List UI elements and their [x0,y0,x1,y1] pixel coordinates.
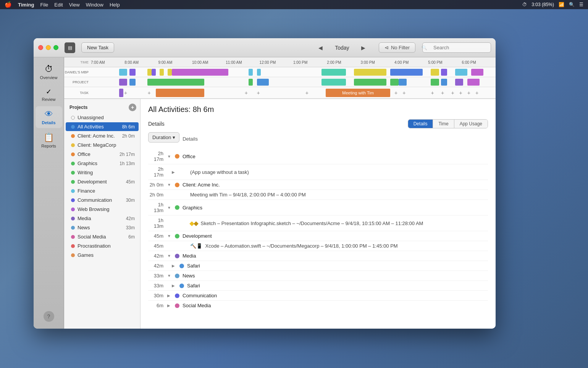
media-expand[interactable]: ▼ [167,254,173,258]
close-button[interactable] [38,45,43,50]
add-task-btn-8[interactable]: + [431,90,434,96]
menu-help[interactable]: Help [110,2,120,8]
project-name-web-browsing: Web Browsing [78,206,135,212]
sidebar-item-details[interactable]: 👁 Details [36,106,62,128]
meeting-task-block[interactable] [156,89,204,97]
office-expand[interactable]: ▼ [167,154,173,159]
add-task-btn-10[interactable]: + [451,90,454,96]
project-item-procrastination[interactable]: Procrastination [66,242,139,250]
app-name[interactable]: Timing [18,2,34,8]
writing-dot [71,171,75,175]
project-item-development[interactable]: Development 45m [66,177,139,186]
project-item-news[interactable]: News 33m [66,223,139,232]
development-expand[interactable]: ▼ [167,234,173,238]
add-task-btn-13[interactable]: + [475,90,478,96]
menu-edit[interactable]: Edit [54,2,63,8]
maximize-button[interactable] [53,45,58,50]
acme-expand[interactable]: ▼ [167,183,173,187]
spotlight-icon[interactable]: 🔍 [569,2,575,7]
project-item-all-activities[interactable]: All Activities 8h 6m [66,122,139,131]
add-project-button[interactable]: + [129,104,136,111]
block-10 [390,69,423,76]
acme-dot [71,134,75,138]
project-item-graphics[interactable]: Graphics 1h 13m [66,159,139,168]
sidebar-item-review[interactable]: ✓ Review [36,84,62,105]
sidebar-item-reports[interactable]: 📋 Reports [36,130,62,151]
project-item-media[interactable]: Media 42m [66,214,139,223]
search-input[interactable] [422,42,491,53]
office-dot-row [175,154,179,159]
project-item-unassigned[interactable]: Unassigned [66,113,139,122]
menu-extras-icon[interactable]: ☰ [579,2,583,7]
project-name-development: Development [78,179,124,185]
safari-news-duration: 33m [148,283,167,289]
apple-menu-icon[interactable]: 🍎 [5,1,12,8]
project-item-communication[interactable]: Communication 30m [66,196,139,204]
graphics-expand[interactable]: ▼ [167,206,173,210]
filter-button[interactable]: ⊲ No Filter [379,42,415,53]
main-window: ▤ New Task ◀ Today ▶ ⊲ No Filter 🔍 ⏱ Ove… [34,38,496,329]
project-item-social-media[interactable]: Social Media 6m [66,232,139,241]
tab-details[interactable]: Details [408,120,433,128]
activity-row-safari-news: 33m ▶ Safari [148,281,488,291]
project-item-office[interactable]: Office 2h 17m [66,150,139,159]
minimize-button[interactable] [46,45,51,50]
new-task-button[interactable]: New Task [81,42,114,53]
next-date-button[interactable]: ▶ [359,43,368,52]
add-task-btn-7[interactable]: + [402,90,405,96]
project-item-games[interactable]: Games [66,251,139,259]
daniels-mbp-blocks [91,67,496,77]
activity-row-graphics: 1h 13m ▼ Graphics [148,200,488,216]
project-duration-acme: 2h 0m [122,133,135,139]
project-item-web-browsing[interactable]: Web Browsing [66,205,139,214]
time-9am: 9:00 AM [158,60,173,64]
add-task-btn-4[interactable]: + [257,90,260,96]
social-media-expand[interactable]: ▶ [167,303,173,308]
sidebar-item-overview[interactable]: ⏱ Overview [36,61,62,83]
sidebar-toggle-button[interactable]: ▤ [65,42,75,53]
project-name-social-media: Social Media [78,234,127,240]
add-task-btn-9[interactable]: + [441,90,444,96]
add-task-btn-12[interactable]: + [467,90,470,96]
project-item-megacorp[interactable]: Client: MegaCorp [66,141,139,149]
acme-name: Client: Acme Inc. [183,182,488,188]
activity-row-office-sub: 2h 17m ▶ (App usage without a task) [148,164,488,180]
proj-block-9 [441,79,447,86]
add-task-btn-5[interactable]: + [305,90,309,96]
news-expand[interactable]: ▼ [167,274,173,278]
project-item-writing[interactable]: Writing [66,168,139,177]
time-11am: 11:00 AM [226,60,242,64]
meeting-task-block-2[interactable]: Meeting with Tim [326,89,391,97]
filter-icon: ⊲ [384,45,389,50]
add-task-btn-3[interactable]: + [245,90,248,96]
office-sub-expand[interactable]: ▶ [172,170,178,174]
date-navigation: ◀ Today ▶ [316,43,368,52]
details-label: Details [42,120,55,125]
menu-file[interactable]: File [40,2,48,8]
project-name-all-activities: All Activities [78,124,121,130]
social-media-duration: 6m [148,303,167,308]
prev-date-button[interactable]: ◀ [316,43,325,52]
add-task-btn-1[interactable]: + [124,90,127,96]
time-4pm: 4:00 PM [394,60,409,64]
add-task-btn-2[interactable]: + [147,90,150,96]
safari-news-expand[interactable]: ▶ [172,284,178,288]
add-task-btn-11[interactable]: + [459,90,462,96]
graphics-dot [71,162,75,165]
tab-time[interactable]: Time [433,120,454,128]
menu-window[interactable]: Window [86,2,103,8]
project-item-acme[interactable]: Client: Acme Inc. 2h 0m [66,131,139,140]
task-row: TASK + + + + + Meeting with Tim [64,87,496,99]
safari-media-expand[interactable]: ▶ [172,264,178,268]
xcode-icon: 🔨📱 [190,243,202,249]
help-button[interactable]: ? [44,311,54,322]
menu-view[interactable]: View [69,2,80,8]
activity-row-media: 42m ▼ Media [148,251,488,261]
duration-dropdown[interactable]: Duration ▾ [148,132,179,143]
project-row: PROJECT [64,77,496,87]
add-task-btn-6[interactable]: + [394,90,397,96]
project-item-finance[interactable]: Finance [66,186,139,195]
tab-app-usage[interactable]: App Usage [454,120,488,128]
communication-expand[interactable]: ▶ [167,293,173,298]
battery-time: 3:03 (85%) [531,2,554,7]
